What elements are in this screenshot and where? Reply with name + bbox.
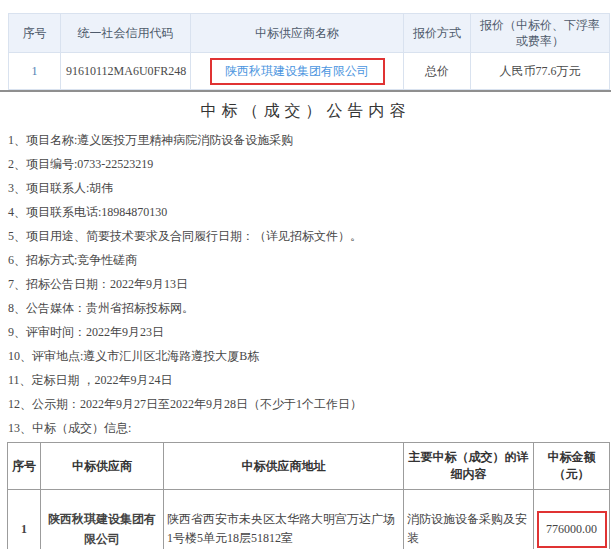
header-award-content: 主要中标（成交）的详细内容 [404, 443, 534, 490]
header-quote: 报价（中标价、下浮率或费率） [471, 14, 610, 53]
page-title: 中标（成交）公告内容 [0, 101, 611, 122]
cell-supplier-address: 陕西省西安市未央区太华路大明宫万达广场1号楼5单元18层51812室 [164, 490, 404, 549]
red-annotation-box-supplier: 陕西秋琪建设集团有限公司 [210, 58, 385, 85]
cell-seq: 1 [8, 490, 41, 549]
seq-number: 1 [21, 522, 27, 536]
list-item: 1、项目名称:遵义医投万里精神病院消防设备设施采购 [8, 128, 611, 152]
list-item: 10、评审地点:遵义市汇川区北海路遵投大厦B栋 [8, 344, 611, 368]
cell-supplier-name: 陕西秋琪建设集团有限公司 [191, 53, 404, 90]
list-item: 2、项目编号:0733-22523219 [8, 152, 611, 176]
header-supplier-name: 中标供应商名称 [191, 14, 404, 53]
header-seq: 序号 [8, 443, 41, 490]
header-supplier-address: 中标供应商地址 [164, 443, 404, 490]
red-annotation-box-amount: 776000.00 [537, 511, 607, 548]
award-amount-value: 776000.00 [546, 522, 597, 536]
list-item: 13、中标（成交）信息: [8, 416, 611, 440]
list-item: 5、项目用途、简要技术要求及合同履行日期：（详见招标文件）。 [8, 224, 611, 248]
summary-header-row: 序号 统一社会信用代码 中标供应商名称 报价方式 报价（中标价、下浮率或费率） [9, 14, 610, 53]
header-supplier: 中标供应商 [41, 443, 164, 490]
award-info-table: 序号 中标供应商 中标供应商地址 主要中标（成交）的详细内容 中标金额（元） 1… [7, 442, 610, 549]
header-credit-code: 统一社会信用代码 [61, 14, 191, 53]
award-header-row: 序号 中标供应商 中标供应商地址 主要中标（成交）的详细内容 中标金额（元） [8, 443, 610, 490]
list-item: 9、评审时间：2022年9月23日 [8, 320, 611, 344]
winning-supplier-summary-table: 序号 统一社会信用代码 中标供应商名称 报价方式 报价（中标价、下浮率或费率） … [8, 13, 610, 90]
list-item: 7、招标公告日期：2022年9月13日 [8, 272, 611, 296]
header-quote-method: 报价方式 [404, 14, 471, 53]
seq-number: 1 [32, 64, 38, 78]
list-item: 6、招标方式:竞争性磋商 [8, 248, 611, 272]
header-seq: 序号 [9, 14, 61, 53]
list-item: 3、项目联系人:胡伟 [8, 176, 611, 200]
list-item: 11、定标日期 ，2022年9月24日 [8, 368, 611, 392]
cell-quote: 人民币77.6万元 [471, 53, 610, 90]
announcement-item-list: 1、项目名称:遵义医投万里精神病院消防设备设施采购 2、项目编号:0733-22… [0, 128, 611, 440]
cell-credit-code: 91610112MA6U0FR248 [61, 53, 191, 90]
list-item: 4、项目联系电话:18984870130 [8, 200, 611, 224]
section-divider [0, 90, 611, 92]
list-item: 12、公示期：2022年9月27日至2022年9月28日（不少于1个工作日） [8, 392, 611, 416]
cell-award-content: 消防设施设备采购及安装 [404, 490, 534, 549]
supplier-link[interactable]: 陕西秋琪建设集团有限公司 [41, 490, 164, 549]
summary-data-row: 1 91610112MA6U0FR248 陕西秋琪建设集团有限公司 总价 人民币… [9, 53, 610, 90]
supplier-link[interactable]: 陕西秋琪建设集团有限公司 [225, 64, 369, 78]
list-item: 8、公告媒体：贵州省招标投标网。 [8, 296, 611, 320]
cell-seq: 1 [9, 53, 61, 90]
header-award-amount: 中标金额（元） [534, 443, 610, 490]
cell-quote-method: 总价 [404, 53, 471, 90]
cell-award-amount: 776000.00 [534, 490, 610, 549]
supplier-summary-section: 序号 统一社会信用代码 中标供应商名称 报价方式 报价（中标价、下浮率或费率） … [0, 0, 611, 90]
award-data-row: 1 陕西秋琪建设集团有限公司 陕西省西安市未央区太华路大明宫万达广场1号楼5单元… [8, 490, 610, 549]
